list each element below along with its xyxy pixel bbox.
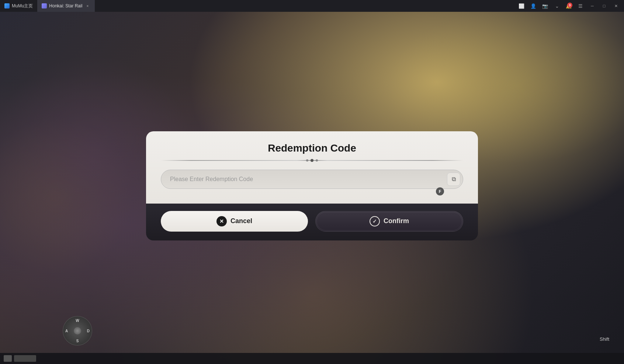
divider-dots [306, 159, 318, 162]
wasd-center [74, 327, 81, 334]
divider-dot-2 [316, 159, 318, 162]
menu-icon[interactable]: ☰ [575, 2, 586, 10]
toolbar-rect[interactable] [14, 355, 36, 362]
minimize-button[interactable]: ─ [587, 2, 597, 10]
divider-dot-center [311, 159, 313, 162]
close-button[interactable]: ✕ [611, 2, 621, 10]
cancel-label: Cancel [230, 217, 252, 225]
screenshot-icon[interactable]: 📷 [540, 2, 550, 10]
game-tab-icon [42, 3, 47, 8]
confirm-label: Confirm [384, 217, 409, 225]
paste-button[interactable]: ⧉ [447, 173, 460, 186]
wasd-d-label: D [87, 329, 90, 333]
wasd-w-label: W [76, 319, 79, 323]
redemption-dialog: Redemption Code ⧉ F ✕ Cancel [146, 131, 478, 240]
dialog-lower: ✕ Cancel ✓ Confirm [146, 204, 478, 240]
dialog-upper: Redemption Code ⧉ F [146, 131, 478, 204]
game-tab-label: Honkai: Star Rail [49, 3, 82, 8]
titlebar-icons: ⬜ 👤 📷 ⌄ 🔔 3 ☰ ─ □ ✕ [516, 2, 624, 10]
divider-dot-1 [306, 159, 308, 162]
expand-icon[interactable]: ⌄ [552, 2, 562, 10]
home-tab[interactable]: MuMu主页 [0, 0, 37, 12]
confirm-icon: ✓ [370, 216, 380, 226]
cancel-icon: ✕ [216, 216, 227, 226]
shift-label: Shift [600, 336, 609, 342]
redemption-code-input[interactable] [161, 170, 463, 189]
input-indicator: F [436, 187, 444, 195]
home-tab-label: MuMu主页 [12, 3, 33, 9]
main-content: Redemption Code ⧉ F ✕ Cancel [0, 12, 624, 364]
mumu-icon [4, 3, 10, 8]
cancel-button[interactable]: ✕ Cancel [161, 211, 308, 232]
wasd-circle: W A S D [63, 316, 92, 346]
notification-badge: 3 [567, 3, 572, 8]
toolbar-square[interactable] [4, 355, 12, 362]
monitor-icon[interactable]: ⬜ [516, 2, 527, 10]
paste-icon: ⧉ [452, 176, 456, 183]
close-tab-button[interactable]: × [84, 3, 90, 9]
titlebar-left: MuMu主页 Honkai: Star Rail × [0, 0, 95, 12]
maximize-button[interactable]: □ [599, 2, 609, 10]
game-tab[interactable]: Honkai: Star Rail × [37, 0, 95, 12]
person-icon[interactable]: 👤 [528, 2, 538, 10]
wasd-controller: W A S D [63, 316, 92, 346]
bottom-toolbar [0, 353, 624, 364]
confirm-button[interactable]: ✓ Confirm [315, 211, 463, 232]
wasd-s-label: S [76, 339, 79, 343]
dialog-title: Redemption Code [161, 142, 463, 154]
titlebar: MuMu主页 Honkai: Star Rail × ⬜ 👤 📷 ⌄ 🔔 3 ☰… [0, 0, 624, 12]
notification-icon[interactable]: 🔔 3 [564, 2, 574, 10]
wasd-a-label: A [65, 329, 68, 333]
dialog-divider [161, 160, 463, 161]
input-wrapper: ⧉ F [161, 170, 463, 189]
